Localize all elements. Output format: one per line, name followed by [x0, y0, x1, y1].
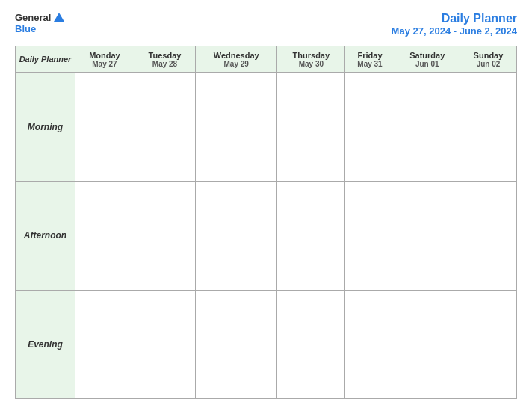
monday-name: Monday	[78, 51, 131, 60]
tuesday-date: May 28	[137, 60, 192, 68]
afternoon-wednesday[interactable]	[196, 182, 277, 290]
friday-date: May 31	[348, 60, 391, 68]
afternoon-row: Afternoon	[16, 182, 517, 290]
wednesday-name: Wednesday	[199, 51, 273, 60]
monday-date: May 27	[78, 60, 131, 68]
header: General Blue Daily Planner May 27, 2024 …	[15, 12, 517, 37]
evening-sunday[interactable]	[460, 290, 516, 398]
evening-row: Evening	[16, 290, 517, 398]
logo-blue-text: Blue	[15, 23, 36, 34]
header-row: Daily Planner Monday May 27 Tuesday May …	[16, 46, 517, 73]
evening-label: Evening	[16, 290, 75, 398]
afternoon-thursday[interactable]	[277, 182, 345, 290]
col-saturday: Saturday Jun 01	[395, 46, 460, 73]
logo-area: General Blue	[15, 12, 64, 34]
friday-name: Friday	[348, 51, 391, 60]
col-monday: Monday May 27	[75, 46, 134, 73]
morning-wednesday[interactable]	[196, 73, 277, 182]
saturday-name: Saturday	[398, 51, 457, 60]
logo-general-text: General	[15, 12, 51, 23]
evening-thursday[interactable]	[277, 290, 345, 398]
thursday-date: May 30	[280, 60, 341, 68]
col-friday: Friday May 31	[345, 46, 395, 73]
morning-saturday[interactable]	[395, 73, 460, 182]
morning-monday[interactable]	[75, 73, 134, 182]
morning-thursday[interactable]	[277, 73, 345, 182]
afternoon-sunday[interactable]	[460, 182, 516, 290]
evening-monday[interactable]	[75, 290, 134, 398]
col-tuesday: Tuesday May 28	[134, 46, 195, 73]
morning-sunday[interactable]	[460, 73, 516, 182]
evening-tuesday[interactable]	[134, 290, 195, 398]
planner-date-range: May 27, 2024 - June 2, 2024	[392, 25, 517, 37]
col-thursday: Thursday May 30	[277, 46, 345, 73]
logo-triangle-icon	[54, 13, 64, 22]
thursday-name: Thursday	[280, 51, 341, 60]
col-sunday: Sunday Jun 02	[460, 46, 516, 73]
morning-tuesday[interactable]	[134, 73, 195, 182]
morning-label: Morning	[16, 73, 75, 182]
evening-saturday[interactable]	[395, 290, 460, 398]
title-area: Daily Planner May 27, 2024 - June 2, 202…	[392, 12, 517, 37]
morning-friday[interactable]	[345, 73, 395, 182]
col-wednesday: Wednesday May 29	[196, 46, 277, 73]
afternoon-tuesday[interactable]	[134, 182, 195, 290]
page: General Blue Daily Planner May 27, 2024 …	[0, 0, 532, 411]
planner-title: Daily Planner	[392, 12, 517, 25]
logo-text: General	[15, 12, 64, 23]
evening-wednesday[interactable]	[196, 290, 277, 398]
morning-row: Morning	[16, 73, 517, 182]
table-label-header: Daily Planner	[16, 46, 75, 73]
afternoon-saturday[interactable]	[395, 182, 460, 290]
sunday-name: Sunday	[463, 51, 513, 60]
tuesday-name: Tuesday	[137, 51, 192, 60]
calendar-table: Daily Planner Monday May 27 Tuesday May …	[15, 46, 517, 399]
afternoon-label: Afternoon	[16, 182, 75, 290]
afternoon-friday[interactable]	[345, 182, 395, 290]
evening-friday[interactable]	[345, 290, 395, 398]
sunday-date: Jun 02	[463, 60, 513, 68]
saturday-date: Jun 01	[398, 60, 457, 68]
wednesday-date: May 29	[199, 60, 273, 68]
afternoon-monday[interactable]	[75, 182, 134, 290]
